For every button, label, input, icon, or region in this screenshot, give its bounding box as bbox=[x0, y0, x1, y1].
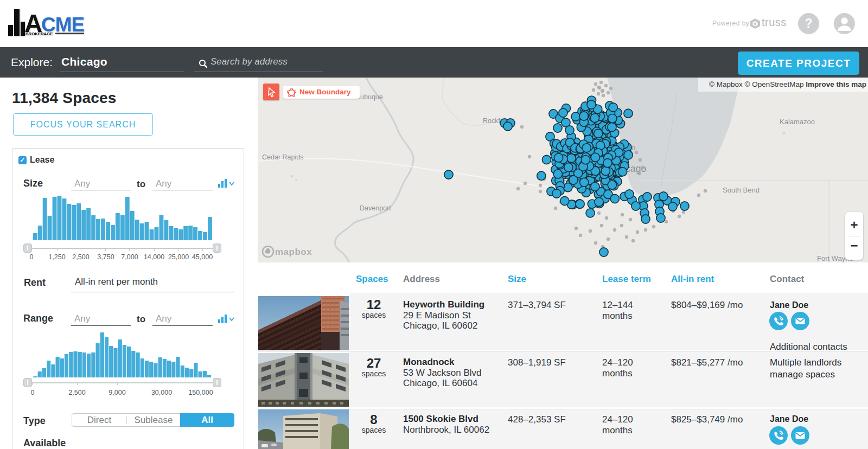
svg-text:Davenport: Davenport bbox=[360, 204, 391, 212]
svg-text:Cedar Rapids: Cedar Rapids bbox=[262, 153, 303, 161]
svg-text:BROKERAGE: BROKERAGE bbox=[25, 31, 53, 36]
svg-text:mapbox: mapbox bbox=[275, 247, 312, 257]
svg-text:South Bend: South Bend bbox=[723, 186, 760, 194]
svg-text:Kalamazoo: Kalamazoo bbox=[780, 118, 815, 126]
